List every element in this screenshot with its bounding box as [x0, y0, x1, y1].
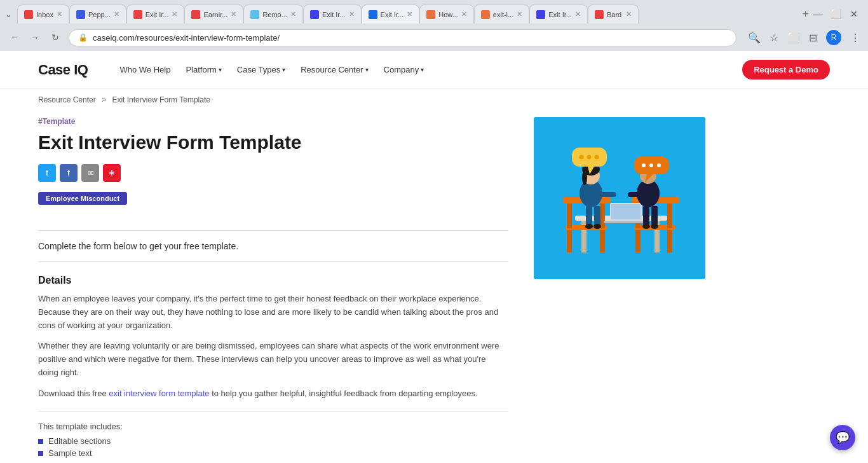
maximize-button[interactable]: ⬜	[831, 9, 841, 19]
facebook-icon: f	[67, 169, 70, 177]
svg-rect-0	[534, 117, 705, 279]
address-actions: 🔍 ☆ ⬜ ⊟ R ⋮	[743, 30, 860, 45]
new-tab-button[interactable]: +	[798, 8, 813, 20]
nav-platform[interactable]: Platform ▾	[179, 61, 227, 78]
tab-earn[interactable]: Earnir... ✕	[184, 4, 243, 24]
svg-point-38	[580, 155, 584, 160]
menu-icon[interactable]: ⋮	[850, 32, 860, 44]
bullet-square-icon-2	[38, 451, 43, 456]
bullet-text-2: Sample text	[48, 448, 92, 458]
back-button[interactable]: ←	[8, 32, 22, 43]
tab-exit3[interactable]: Exit Ir... ✕	[362, 4, 420, 24]
tab-exit4[interactable]: Exit Ir... ✕	[529, 4, 588, 24]
nav-who-we-help[interactable]: Who We Help	[113, 61, 177, 78]
body-paragraph-2: Whether they are leaving voluntarily or …	[38, 340, 508, 379]
hero-image	[534, 117, 705, 279]
reload-button[interactable]: ↻	[48, 32, 62, 43]
tab-bard[interactable]: Bard ✕	[588, 4, 639, 24]
nav-company-chevron: ▾	[421, 66, 424, 73]
svg-point-25	[585, 224, 593, 229]
nav-company-label: Company	[384, 65, 419, 74]
twitter-share-button[interactable]: t	[38, 164, 56, 182]
chat-icon: 💬	[836, 431, 850, 445]
main-layout: #Template Exit Interview Form Template t…	[0, 111, 868, 463]
tab-inbox[interactable]: Inbox ✕	[17, 4, 69, 24]
nav-case-types[interactable]: Case Types ▾	[231, 61, 292, 78]
tab-exit1[interactable]: Exit Ir... ✕	[126, 4, 185, 24]
svg-rect-6	[600, 230, 605, 252]
divider-2	[38, 261, 508, 262]
forward-button[interactable]: →	[28, 32, 42, 43]
svg-rect-14	[667, 200, 672, 228]
svg-point-40	[595, 155, 599, 160]
tab-list-arrow[interactable]: ⌄	[5, 10, 12, 19]
svg-rect-17	[611, 204, 641, 219]
tab-exiti[interactable]: exit-i... ✕	[474, 4, 529, 24]
svg-rect-35	[628, 192, 644, 197]
svg-rect-5	[567, 230, 572, 252]
url-text: caseiq.com/resources/exit-interview-form…	[93, 33, 727, 43]
interview-illustration	[534, 117, 705, 279]
breadcrumb-separator: >	[102, 95, 106, 104]
body-paragraph-1: When an employee leaves your company, it…	[38, 293, 508, 332]
svg-rect-23	[586, 206, 592, 225]
plus-icon: +	[109, 167, 114, 179]
svg-rect-8	[600, 200, 605, 228]
bookmark-icon[interactable]: ☆	[770, 32, 778, 44]
site-logo[interactable]: Case IQ	[38, 62, 88, 78]
profile-avatar[interactable]: R	[826, 30, 841, 45]
close-button[interactable]: ✕	[850, 9, 858, 19]
minimize-button[interactable]: —	[813, 9, 822, 19]
bullet-text-1: Editable sections	[48, 436, 111, 446]
nav-case-types-chevron: ▾	[282, 66, 285, 73]
svg-rect-11	[635, 230, 641, 252]
category-badge[interactable]: Employee Misconduct	[38, 192, 127, 205]
svg-point-45	[657, 163, 661, 167]
address-bar[interactable]: 🔒 caseiq.com/resources/exit-interview-fo…	[69, 29, 736, 46]
tab-how[interactable]: How... ✕	[419, 4, 474, 24]
page-content: Case IQ Who We Help Platform ▾ Case Type…	[0, 51, 868, 463]
details-heading: Details	[38, 275, 508, 286]
svg-rect-27	[600, 192, 616, 197]
svg-rect-24	[594, 206, 600, 225]
form-tagline: Complete the form below to get your free…	[38, 241, 508, 251]
svg-point-34	[651, 224, 658, 229]
facebook-share-button[interactable]: f	[60, 164, 78, 182]
svg-rect-32	[651, 206, 658, 225]
svg-rect-12	[667, 230, 672, 252]
tab-remo[interactable]: Remo... ✕	[243, 4, 303, 24]
plus-share-button[interactable]: +	[103, 164, 121, 182]
request-demo-button[interactable]: Request a Demo	[742, 60, 830, 79]
nav-who-we-help-label: Who We Help	[119, 65, 170, 74]
nav-resource-center-label: Resource Center	[301, 65, 363, 74]
tab-peppertype[interactable]: Pepp... ✕	[69, 4, 126, 24]
page-tag: #Template	[38, 117, 508, 126]
bullet-item-1: Editable sections	[38, 436, 508, 446]
search-icon[interactable]: 🔍	[748, 32, 761, 44]
nav-links: Who We Help Platform ▾ Case Types ▾ Reso…	[113, 61, 742, 78]
breadcrumb: Resource Center > Exit Interview Form Te…	[0, 89, 868, 111]
chat-button[interactable]: 💬	[830, 425, 855, 450]
address-bar-row: ← → ↻ 🔒 caseiq.com/resources/exit-interv…	[0, 24, 868, 51]
site-nav: Case IQ Who We Help Platform ▾ Case Type…	[0, 51, 868, 89]
window-controls: — ⬜ ✕	[813, 9, 863, 19]
nav-company[interactable]: Company ▾	[377, 61, 431, 78]
divider-1	[38, 230, 508, 231]
extensions-icon[interactable]: ⬜	[787, 32, 800, 44]
svg-point-22	[582, 170, 587, 185]
svg-point-44	[649, 163, 653, 167]
sidebar-column	[534, 117, 705, 463]
breadcrumb-parent[interactable]: Resource Center	[38, 95, 96, 104]
nav-resource-center[interactable]: Resource Center ▾	[294, 61, 374, 78]
browser-window: ⌄ Inbox ✕ Pepp... ✕ Exit Ir... ✕ Earnir.…	[0, 0, 868, 463]
svg-rect-18	[604, 221, 648, 223]
nav-case-types-label: Case Types	[237, 65, 280, 74]
nav-platform-chevron: ▾	[219, 66, 222, 73]
inline-link-template[interactable]: exit interview form template	[109, 389, 209, 398]
svg-point-33	[642, 224, 650, 229]
tab-exit2[interactable]: Exit Ir... ✕	[303, 4, 362, 24]
breadcrumb-current: Exit Interview Form Template	[112, 95, 210, 104]
svg-point-43	[642, 163, 646, 167]
profile-switcher-icon[interactable]: ⊟	[809, 32, 817, 44]
email-share-button[interactable]: ✉	[81, 164, 99, 182]
